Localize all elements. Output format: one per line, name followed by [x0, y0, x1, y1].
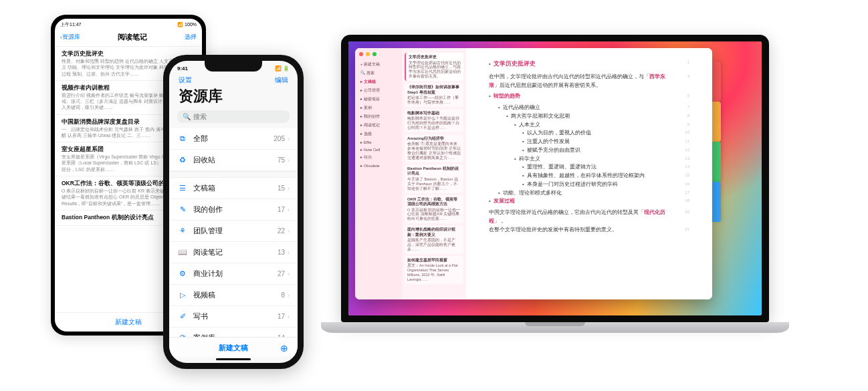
editor-line[interactable]: 科学主义	[489, 155, 673, 164]
back-button[interactable]: ‹ 资源库	[60, 33, 80, 41]
line-number: 5	[680, 92, 689, 101]
sidebar-item[interactable]: ▸ 秘密项目	[359, 95, 398, 104]
sidebar-item[interactable]: ▸ 文稿箱	[359, 78, 398, 86]
status-bar: 上午11:47 📶 100%	[55, 19, 202, 29]
row-icon: ⧉	[177, 134, 188, 143]
editor-line[interactable]: 中国文学理论批评近代品格的确立，它由古代向近代的转型及其「现代化历程」，	[489, 209, 673, 226]
doc-card[interactable]: 电影脚本写作基础 电影脚本是什么？为观众提供行为准则作为动作的指南？办公时间？不…	[405, 109, 463, 132]
chevron-right-icon: ›	[288, 136, 290, 142]
editor-text: 科学主义	[519, 156, 540, 162]
row-count: 22	[278, 227, 285, 235]
document-list: 文学历史批评史 文学理论批评由古代向近代的转型和近代品格的确立，与西学东渐后近代…	[402, 48, 466, 299]
editor-line[interactable]: 被赋予充分的自由意识	[489, 146, 673, 155]
new-doc-button[interactable]: + 新建文稿	[359, 60, 398, 69]
back-label: 资源库	[62, 33, 80, 41]
section-gap	[169, 171, 298, 178]
chevron-right-icon: ›	[288, 249, 290, 256]
row-label: 商业计划	[193, 269, 278, 279]
editor-line[interactable]: 转型的趋势	[489, 92, 673, 101]
search-input[interactable]	[193, 113, 284, 120]
doc-card[interactable]: 面向增长战略的组织设计框架：案例大要义 是顾客产生原因的，不是产品，深究产品仅能…	[405, 225, 463, 254]
edge-tab	[712, 142, 721, 182]
line-number: 12	[680, 146, 689, 155]
editor-line[interactable]: 本身是一门对历史过程进行研究的学科	[489, 180, 673, 189]
line-number: 3	[680, 73, 689, 90]
editor-line[interactable]: 功能、理论和模式多样化	[489, 189, 673, 198]
top-bar: 设置 编辑	[169, 72, 298, 85]
status-indicators: 📶 🔋	[275, 66, 290, 72]
line-number: 7	[680, 104, 689, 112]
sidebar-item[interactable]: ▸ 待办	[359, 153, 398, 162]
sidebar-item[interactable]: ▸ 阅读笔记	[359, 121, 398, 130]
line-number: 16	[680, 180, 689, 189]
row-count: 17	[278, 206, 285, 213]
library-row[interactable]: ☰ 文稿箱 15 ›	[169, 178, 298, 199]
library-row[interactable]: ✐ 写书 17 ›	[169, 306, 298, 328]
doc-card[interactable]: OKR 工作法：谷歌、领英等顶级公司的高绩效方法 O 表示目标 好的目标一让他一…	[405, 195, 463, 224]
edge-tab	[712, 102, 721, 142]
sidebar-item[interactable]: ▸ Obsolete	[359, 162, 398, 169]
line-number: 17	[680, 189, 689, 198]
editor-text: 被赋予充分的自由意识	[527, 147, 580, 153]
editor-line[interactable]: 注重人的个性发展	[489, 138, 673, 146]
minimize-icon[interactable]	[366, 52, 370, 56]
editor-text: 近代品格的确立	[503, 104, 540, 110]
editor-text: 注重人的个性发展	[527, 138, 570, 144]
row-icon: 📖	[177, 248, 188, 257]
row-label: 写书	[193, 311, 278, 321]
doc-card[interactable]: 文学历史批评史 文学理论批评由古代向近代的转型和近代品格的确立，与西学东渐后近代…	[405, 53, 463, 81]
doc-card[interactable]: Bastion Pantheon 机制的设计亮点 今天谈了 Bastion，Ba…	[405, 164, 463, 193]
editor-panel[interactable]: 文学历史批评史1 在中国，文学理论批评由古代向近代的转型和近代品格的确立，与「西…	[466, 48, 712, 299]
library-row[interactable]: 📖 阅读笔记 13 ›	[169, 242, 298, 263]
maximize-icon[interactable]	[372, 52, 376, 56]
line-number: 9	[680, 121, 689, 130]
chevron-right-icon: ›	[288, 207, 290, 213]
editor-line[interactable]: 以人为目的，重视人的价值	[489, 129, 673, 138]
chevron-right-icon: ›	[288, 271, 290, 277]
library-list: ⧉ 全部 205 ›♻ 回收站 75 ›☰ 文稿箱 15 ›✎	[169, 128, 298, 337]
editor-line[interactable]: 在整个文学理论批评史的发展中有着特别重要的意义。	[489, 226, 673, 235]
search-field[interactable]: 🔍	[177, 110, 290, 123]
editor-line[interactable]: 具有抽象性、超越性，在科学体系性的理论框架内	[489, 172, 673, 180]
row-label: 全部	[193, 134, 274, 144]
editor-line[interactable]: 近代品格的确立	[489, 104, 673, 112]
editor-text: 以人为目的，重视人的价值	[527, 130, 591, 136]
doc-card[interactable]: 《华尔街日报》如何讲故事事 Step1 寻找创意 把记者工作——好的工作（事件本…	[405, 83, 463, 107]
library-row[interactable]: ▷ 视频稿 8 ›	[169, 285, 298, 306]
edge-tab	[712, 182, 721, 222]
sidebar-item[interactable]: ▸ 选题	[359, 130, 398, 138]
new-folder-icon[interactable]: ⊕	[280, 343, 288, 354]
editor-line[interactable]: 发展过程	[489, 197, 673, 206]
doc-card[interactable]: Amazing行为经济学 会所解 ① 原意是要面向未来 参考者每何时节阶段理 正…	[405, 134, 463, 162]
library-row[interactable]: ⚘ 团队管理 22 ›	[169, 221, 298, 242]
sidebar-item[interactable]: ▸ Effie	[359, 138, 398, 146]
row-count: 17	[278, 313, 285, 320]
sidebar-item[interactable]: ▸ Note Cell	[359, 146, 398, 153]
library-row[interactable]: ⚙ 商业计划 27 ›	[169, 263, 298, 285]
sidebar-item[interactable]: ▸ 我的创作	[359, 112, 398, 121]
sidebar-item[interactable]: ▸ 案例	[359, 104, 398, 112]
line-number: 10	[680, 129, 689, 138]
card-preview: 会所解 ① 原意是要面向未来 参考者每何时节阶段理 正常以整合归属处 正常以加个…	[407, 142, 461, 160]
new-doc-button[interactable]: 新建文稿	[219, 343, 248, 353]
card-preview: O 表示目标 好的目标一让他一心往前 清晰标题 KR 关键结果给出可量化的答案……	[407, 208, 461, 222]
status-time: 9:41	[177, 66, 188, 72]
row-icon: ⚙	[177, 269, 188, 278]
settings-button[interactable]: 设置	[179, 76, 192, 85]
editor-line[interactable]: 人本主义	[489, 121, 673, 130]
edit-button[interactable]: 编辑	[275, 76, 288, 85]
editor-line[interactable]: 重理性、重逻辑、重逻辑方法	[489, 163, 673, 172]
select-button[interactable]: 选择	[185, 33, 197, 41]
library-row[interactable]: ✎ 我的创作 17 ›	[169, 199, 298, 221]
search-row[interactable]: 🔍 搜索	[359, 69, 398, 78]
doc-title: 文学历史批评史	[494, 60, 536, 67]
library-row[interactable]: ⧉ 全部 205 ›	[169, 128, 298, 150]
editor-line[interactable]: 在中国，文学理论批评由古代向近代的转型和近代品格的确立，与「西学东渐」后近代思想…	[489, 73, 673, 90]
library-row[interactable]: ♻ 回收站 75 ›	[169, 150, 298, 171]
line-number: 20	[680, 209, 689, 226]
doc-card[interactable]: 如何建立基层平民视窗 原文：An Inside Look at a Flat O…	[405, 256, 463, 284]
library-row[interactable]: ⌬ 案例库 14 ›	[169, 328, 298, 337]
sidebar-item[interactable]: ▸ 公司管理	[359, 86, 398, 95]
editor-line[interactable]: 两大哲学思潮和文化思潮	[489, 112, 673, 121]
close-icon[interactable]	[359, 52, 363, 56]
